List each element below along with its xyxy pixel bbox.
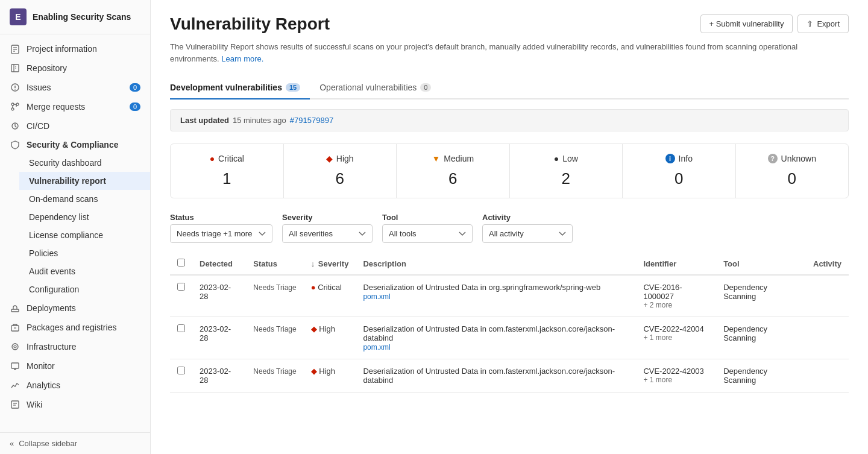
svg-rect-11 [11,309,19,312]
sidebar-item-label: Policies [29,248,140,258]
severity-label: High [319,367,335,376]
issues-badge: 0 [130,83,140,92]
sidebar-item-license-compliance[interactable]: License compliance [19,226,150,244]
unknown-label: Unknown [781,154,816,163]
filter-status-select[interactable]: Needs triage +1 more [170,224,272,243]
filter-tool-select[interactable]: All tools [382,224,473,243]
description-link[interactable]: pom.xml [363,343,390,352]
severity-icon-critical: ● [311,283,318,292]
sidebar-item-deployments[interactable]: Deployments [0,298,150,318]
sidebar-item-policies[interactable]: Policies [19,244,150,262]
tabs: Development vulnerabilities 15 Operation… [170,77,849,99]
table-row: 2023-02-28 Needs Triage ● Critical Deser… [170,275,849,317]
description-link[interactable]: pom.xml [363,292,390,301]
export-label: Export [817,19,840,28]
sidebar-item-packages-registries[interactable]: Packages and registries [0,318,150,337]
sidebar-item-label: Monitor [27,361,140,371]
sidebar-item-label: Infrastructure [27,342,140,352]
sidebar-item-vulnerability-report[interactable]: Vulnerability report [19,172,150,190]
low-icon: ● [554,154,559,163]
status-badge: Needs Triage [253,367,296,376]
critical-label: Critical [218,154,244,163]
unknown-count: 0 [748,169,837,188]
select-all-checkbox[interactable] [177,259,185,266]
shield-icon [10,139,20,150]
main-content: Vulnerability Report + Submit vulnerabil… [151,0,868,454]
svg-point-14 [12,344,18,350]
svg-point-9 [11,108,14,110]
high-icon: ◆ [326,154,333,163]
description-text: Deserialization of Untrusted Data in com… [363,367,629,385]
tab-development[interactable]: Development vulnerabilities 15 [170,77,310,99]
sidebar-item-label: On-demand scans [29,194,140,204]
info-sev-icon: i [665,154,675,163]
filter-severity-select[interactable]: All severities [282,224,373,243]
row-description: Deserialization of Untrusted Data in com… [356,359,636,393]
sidebar-item-issues[interactable]: Issues 0 [0,78,150,97]
collapse-sidebar[interactable]: « Collapse sidebar [0,432,150,454]
sidebar-item-security-dashboard[interactable]: Security dashboard [19,154,150,172]
critical-count: 1 [183,169,271,188]
severity-card-info[interactable]: i Info 0 [623,144,736,198]
issues-icon [10,82,20,93]
sidebar-item-monitor[interactable]: Monitor [0,356,150,376]
identifier-more: + 1 more [643,376,709,384]
svg-point-15 [14,345,16,348]
export-button[interactable]: ⇧ Export [797,14,849,33]
pipeline-link[interactable]: #791579897 [290,116,333,125]
tab-operational[interactable]: Operational vulnerabilities 0 [319,77,441,99]
row-status: Needs Triage [246,317,303,359]
last-updated-label: Last updated [180,116,229,125]
sidebar-item-merge-requests[interactable]: Merge requests 0 [0,97,150,116]
severity-card-unknown[interactable]: ? Unknown 0 [736,144,849,198]
medium-count: 6 [409,169,497,188]
filter-activity-select[interactable]: All activity [482,224,573,243]
sidebar-item-wiki[interactable]: Wiki [0,395,150,414]
sidebar-item-infrastructure[interactable]: Infrastructure [0,337,150,356]
identifier-text: CVE-2022-42003 [643,367,709,376]
page-description: The Vulnerability Report shows results o… [170,41,833,65]
severity-card-critical[interactable]: ● Critical 1 [171,144,284,198]
sidebar-item-label: Packages and registries [27,323,140,332]
tab-ops-count: 0 [420,83,431,92]
sidebar-item-analytics[interactable]: Analytics [0,376,150,395]
sidebar-item-audit-events[interactable]: Audit events [19,262,150,280]
table-header-tool: Tool [716,253,806,275]
row-status: Needs Triage [246,359,303,393]
filter-tool-group: Tool All tools [382,213,473,243]
sidebar-item-configuration[interactable]: Configuration [19,280,150,298]
low-label: Low [562,154,578,163]
row-checkbox[interactable] [177,367,185,374]
severity-card-medium[interactable]: ▼ Medium 6 [397,144,510,198]
row-checkbox[interactable] [177,283,185,291]
table-header-severity[interactable]: ↓ Severity [304,253,356,275]
filter-severity-group: Severity All severities [282,213,373,243]
sidebar-item-security-compliance[interactable]: Security & Compliance [0,136,150,154]
row-severity: ● Critical [304,275,356,317]
merge-requests-badge: 0 [130,102,140,111]
severity-card-low[interactable]: ● Low 2 [510,144,623,198]
sidebar-item-dependency-list[interactable]: Dependency list [19,208,150,226]
sidebar-item-repository[interactable]: Repository [0,58,150,78]
tab-dev-count: 15 [286,83,300,92]
learn-more-link[interactable]: Learn more. [221,54,263,63]
table-row: 2023-02-28 Needs Triage ◆ High Deseriali… [170,317,849,359]
severity-label: Critical [318,283,342,292]
project-name: Enabling Security Scans [33,12,131,22]
high-count: 6 [296,169,385,188]
status-badge: Needs Triage [253,283,296,292]
cicd-icon [10,121,20,131]
row-activity [806,359,849,393]
row-severity: ◆ High [304,359,356,393]
severity-card-high[interactable]: ◆ High 6 [284,144,397,198]
severity-icon-high: ◆ [311,367,319,376]
sidebar-item-on-demand-scans[interactable]: On-demand scans [19,190,150,208]
sidebar-item-project-information[interactable]: Project information [0,39,150,58]
table-header-description: Description [356,253,636,275]
medium-label: Medium [444,154,474,163]
row-checkbox[interactable] [177,324,185,332]
sidebar-item-cicd[interactable]: CI/CD [0,116,150,136]
submit-vulnerability-button[interactable]: + Submit vulnerability [700,14,793,33]
analytics-icon [10,380,20,391]
sidebar-nav: Project information Repository Issues 0 … [0,34,150,432]
